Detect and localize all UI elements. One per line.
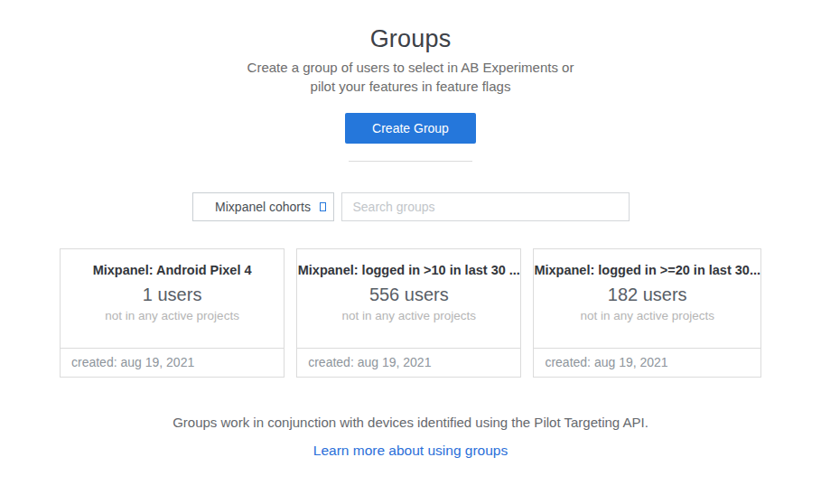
group-card-user-count: 556 users [297, 285, 520, 305]
group-card-created: created: aug 19, 2021 [534, 348, 760, 377]
group-card-title: Mixpanel: logged in >=20 in last 30... [534, 263, 760, 277]
group-card-user-count: 1 users [61, 285, 284, 305]
group-card-user-count: 182 users [534, 285, 760, 305]
group-card-status: not in any active projects [61, 309, 284, 322]
section-divider [349, 161, 472, 162]
group-card-body: Mixpanel: logged in >10 in last 30 ... 5… [297, 249, 520, 348]
group-card[interactable]: Mixpanel: Android Pixel 4 1 users not in… [60, 248, 285, 378]
groups-info-text: Groups work in conjunction with devices … [0, 415, 821, 430]
page-subtitle-line1: Create a group of users to select in AB … [0, 58, 821, 77]
group-card-title: Mixpanel: logged in >10 in last 30 ... [297, 263, 520, 277]
page-title: Groups [0, 25, 821, 53]
group-card-body: Mixpanel: logged in >=20 in last 30... 1… [534, 249, 760, 348]
groups-page: Groups Create a group of users to select… [0, 0, 821, 459]
group-card[interactable]: Mixpanel: logged in >=20 in last 30... 1… [533, 248, 761, 378]
group-cards-row: Mixpanel: Android Pixel 4 1 users not in… [60, 248, 761, 378]
create-group-button-row: Create Group [0, 113, 821, 144]
page-subtitle: Create a group of users to select in AB … [0, 58, 821, 96]
filter-controls: Mixpanel cohorts [192, 192, 630, 221]
group-card-body: Mixpanel: Android Pixel 4 1 users not in… [61, 249, 284, 348]
group-card-status: not in any active projects [534, 309, 760, 322]
group-card-created: created: aug 19, 2021 [297, 348, 520, 377]
learn-more-link[interactable]: Learn more about using groups [313, 443, 508, 458]
cohort-source-dropdown[interactable]: Mixpanel cohorts [192, 192, 334, 221]
group-card-status: not in any active projects [297, 309, 520, 322]
group-card-created: created: aug 19, 2021 [61, 348, 284, 377]
group-card[interactable]: Mixpanel: logged in >10 in last 30 ... 5… [296, 248, 521, 378]
page-subtitle-line2: pilot your features in feature flags [0, 77, 821, 96]
create-group-button[interactable]: Create Group [345, 113, 476, 144]
dropdown-caret-icon [320, 202, 326, 211]
search-groups-input[interactable] [341, 192, 630, 221]
group-card-title: Mixpanel: Android Pixel 4 [61, 263, 284, 277]
cohort-source-dropdown-value: Mixpanel cohorts [215, 200, 311, 214]
learn-more-row: Learn more about using groups [0, 443, 821, 459]
